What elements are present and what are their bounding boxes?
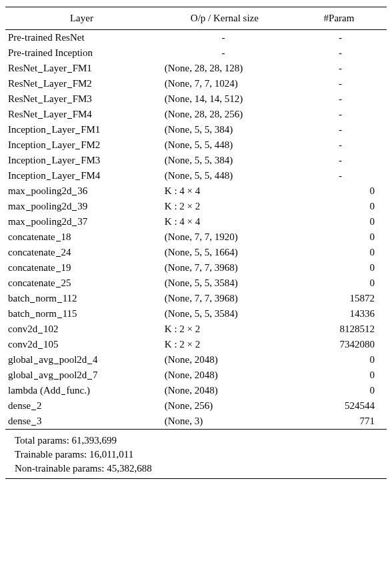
table-row: batchnorm112(None, 7, 7, 3968)15872 xyxy=(5,291,387,306)
architecture-table: Layer O/p / Kernal size #Param Pre-train… xyxy=(5,7,387,479)
param-count: - xyxy=(291,137,387,153)
output-kernel-size: (None, 5, 5, 1664) xyxy=(158,245,291,260)
header-size: O/p / Kernal size xyxy=(158,7,291,30)
layer-name: conv2d105 xyxy=(5,337,158,352)
table-row: ResNetLayerFM1(None, 28, 28, 128)- xyxy=(5,61,387,76)
layer-name: InceptionLayerFM3 xyxy=(5,153,158,168)
table-row: Pre-trained ResNet-- xyxy=(5,30,387,46)
param-count: 14336 xyxy=(291,306,387,322)
output-kernel-size: (None, 5, 5, 384) xyxy=(158,153,291,168)
table-row: conv2d102K : 2 × 28128512 xyxy=(5,322,387,337)
table-row: ResNetLayerFM3(None, 14, 14, 512)- xyxy=(5,91,387,107)
layer-name: ResNetLayerFM1 xyxy=(5,61,158,76)
param-count: 0 xyxy=(291,383,387,398)
layer-name: lambda (Addfunc.) xyxy=(5,383,158,398)
header-layer: Layer xyxy=(5,7,158,30)
table-row: InceptionLayerFM1(None, 5, 5, 384)- xyxy=(5,122,387,137)
output-kernel-size: (None, 7, 7, 3968) xyxy=(158,291,291,306)
output-kernel-size: (None, 28, 28, 256) xyxy=(158,107,291,122)
param-count: - xyxy=(291,76,387,91)
param-count: - xyxy=(291,107,387,122)
layer-name: globalavgpool2d4 xyxy=(5,352,158,368)
param-count: - xyxy=(291,91,387,107)
layer-name: globalavgpool2d7 xyxy=(5,368,158,383)
output-kernel-size: (None, 5, 5, 3584) xyxy=(158,275,291,291)
layer-name: concatenate24 xyxy=(5,245,158,260)
table-row: InceptionLayerFM2(None, 5, 5, 448)- xyxy=(5,137,387,153)
layer-name: dense3 xyxy=(5,414,158,430)
summary-text: Non-trainable params: 45,382,688 xyxy=(5,462,387,479)
summary-text: Total params: 61,393,699 xyxy=(5,430,387,448)
param-count: 0 xyxy=(291,245,387,260)
layer-name: ResNetLayerFM2 xyxy=(5,76,158,91)
summary-text: Trainable params: 16,011,011 xyxy=(5,448,387,462)
output-kernel-size: - xyxy=(158,45,291,61)
output-kernel-size: (None, 5, 5, 448) xyxy=(158,137,291,153)
param-count: 0 xyxy=(291,352,387,368)
param-count: 524544 xyxy=(291,398,387,414)
output-kernel-size: (None, 14, 14, 512) xyxy=(158,91,291,107)
output-kernel-size: (None, 5, 5, 448) xyxy=(158,168,291,183)
param-count: 15872 xyxy=(291,291,387,306)
layer-name: InceptionLayerFM2 xyxy=(5,137,158,153)
param-count: - xyxy=(291,61,387,76)
output-kernel-size: K : 4 × 4 xyxy=(158,214,291,229)
output-kernel-size: (None, 7, 7, 3968) xyxy=(158,260,291,275)
param-count: 0 xyxy=(291,214,387,229)
param-count: - xyxy=(291,168,387,183)
table-row: concatenate19(None, 7, 7, 3968)0 xyxy=(5,260,387,275)
layer-name: conv2d102 xyxy=(5,322,158,337)
summary-section: Total params: 61,393,699Trainable params… xyxy=(5,430,387,479)
table-row: batchnorm115(None, 5, 5, 3584)14336 xyxy=(5,306,387,322)
output-kernel-size: (None, 3) xyxy=(158,414,291,430)
layer-name: ResNetLayerFM3 xyxy=(5,91,158,107)
param-count: - xyxy=(291,122,387,137)
table-row: lambda (Addfunc.)(None, 2048)0 xyxy=(5,383,387,398)
table-row: ResNetLayerFM4(None, 28, 28, 256)- xyxy=(5,107,387,122)
layer-name: batchnorm112 xyxy=(5,291,158,306)
layer-name: Pre-trained ResNet xyxy=(5,30,158,46)
table-body: Pre-trained ResNet--Pre-trained Inceptio… xyxy=(5,30,387,430)
layer-name: batchnorm115 xyxy=(5,306,158,322)
param-count: 7342080 xyxy=(291,337,387,352)
layer-name: ResNetLayerFM4 xyxy=(5,107,158,122)
table-row: concatenate18(None, 7, 7, 1920)0 xyxy=(5,229,387,245)
param-count: 8128512 xyxy=(291,322,387,337)
param-count: - xyxy=(291,153,387,168)
table-row: InceptionLayerFM3(None, 5, 5, 384)- xyxy=(5,153,387,168)
param-count: 0 xyxy=(291,199,387,214)
output-kernel-size: K : 2 × 2 xyxy=(158,337,291,352)
output-kernel-size: - xyxy=(158,30,291,46)
summary-row: Trainable params: 16,011,011 xyxy=(5,448,387,462)
layer-name: maxpooling2d36 xyxy=(5,183,158,199)
layer-name: InceptionLayerFM1 xyxy=(5,122,158,137)
table-header-row: Layer O/p / Kernal size #Param xyxy=(5,7,387,30)
table-row: globalavgpool2d4(None, 2048)0 xyxy=(5,352,387,368)
param-count: 0 xyxy=(291,368,387,383)
table-row: dense3(None, 3)771 xyxy=(5,414,387,430)
table-row: InceptionLayerFM4(None, 5, 5, 448)- xyxy=(5,168,387,183)
table-row: maxpooling2d36K : 4 × 40 xyxy=(5,183,387,199)
header-param: #Param xyxy=(291,7,387,30)
table-row: Pre-trained Inception-- xyxy=(5,45,387,61)
summary-row: Non-trainable params: 45,382,688 xyxy=(5,462,387,479)
output-kernel-size: K : 4 × 4 xyxy=(158,183,291,199)
param-count: 0 xyxy=(291,229,387,245)
param-count: 771 xyxy=(291,414,387,430)
table-row: maxpooling2d37K : 4 × 40 xyxy=(5,214,387,229)
layer-name: Pre-trained Inception xyxy=(5,45,158,61)
table-row: concatenate25(None, 5, 5, 3584)0 xyxy=(5,275,387,291)
table-row: conv2d105K : 2 × 27342080 xyxy=(5,337,387,352)
output-kernel-size: (None, 28, 28, 128) xyxy=(158,61,291,76)
layer-name: maxpooling2d37 xyxy=(5,214,158,229)
param-count: - xyxy=(291,30,387,46)
table-row: globalavgpool2d7(None, 2048)0 xyxy=(5,368,387,383)
output-kernel-size: (None, 5, 5, 384) xyxy=(158,122,291,137)
output-kernel-size: (None, 7, 7, 1024) xyxy=(158,76,291,91)
table-row: concatenate24(None, 5, 5, 1664)0 xyxy=(5,245,387,260)
layer-name: maxpooling2d39 xyxy=(5,199,158,214)
output-kernel-size: (None, 5, 5, 3584) xyxy=(158,306,291,322)
table-row: dense2(None, 256)524544 xyxy=(5,398,387,414)
table-row: ResNetLayerFM2(None, 7, 7, 1024)- xyxy=(5,76,387,91)
output-kernel-size: K : 2 × 2 xyxy=(158,199,291,214)
